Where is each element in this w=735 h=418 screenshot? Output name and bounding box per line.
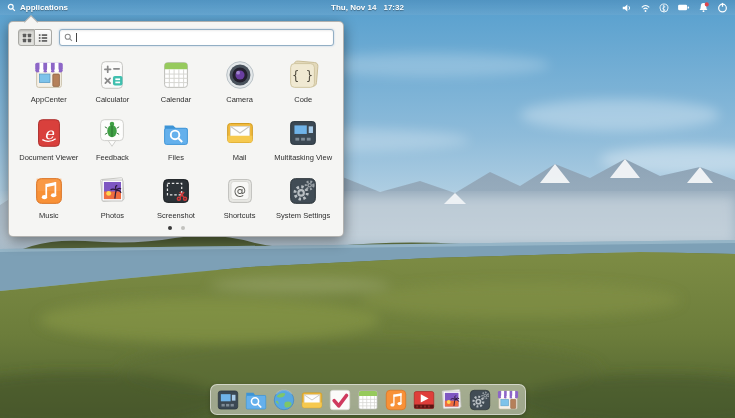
app-label: Calculator (96, 95, 130, 104)
svg-text:@: @ (233, 184, 245, 198)
wifi-icon[interactable] (640, 3, 651, 13)
app-launcher-popover: AppCenter Calculator (8, 21, 344, 237)
launcher-header (9, 22, 343, 51)
system-settings-icon (284, 172, 322, 210)
photos-icon (93, 172, 131, 210)
screenshot-icon (157, 172, 195, 210)
search-field[interactable] (59, 29, 334, 46)
view-toggle (18, 29, 52, 46)
app-files[interactable]: Files (144, 112, 208, 169)
text-caret (76, 33, 77, 42)
category-view-icon (38, 33, 48, 43)
app-label: AppCenter (31, 95, 67, 104)
page-dot-1[interactable] (168, 226, 172, 230)
files-icon (157, 114, 195, 152)
app-document-viewer[interactable]: e Document Viewer (17, 112, 81, 169)
svg-text:{ }: { } (292, 69, 313, 83)
app-music[interactable]: Music (17, 170, 81, 227)
grid-view-button[interactable] (18, 29, 35, 46)
document-viewer-icon: e (30, 114, 68, 152)
app-label: Document Viewer (19, 153, 78, 162)
app-label: Photos (101, 211, 124, 220)
dock-photos[interactable] (439, 387, 465, 413)
search-icon (7, 3, 16, 12)
bluetooth-icon[interactable] (659, 3, 669, 13)
app-calendar[interactable]: Calendar (144, 54, 208, 111)
page-dot-2[interactable] (181, 226, 185, 230)
dock-appcenter[interactable] (495, 387, 521, 413)
search-icon (64, 33, 73, 42)
app-feedback[interactable]: Feedback (81, 112, 145, 169)
app-label: Shortcuts (224, 211, 256, 220)
app-multitasking-view[interactable]: Multitasking View (271, 112, 335, 169)
dock-tasks[interactable] (327, 387, 353, 413)
dock-system-settings[interactable] (467, 387, 493, 413)
dock-mail[interactable] (299, 387, 325, 413)
app-label: Feedback (96, 153, 129, 162)
app-label: Multitasking View (274, 153, 332, 162)
system-tray (621, 2, 728, 13)
volume-icon[interactable] (621, 3, 632, 13)
dock-web[interactable] (271, 387, 297, 413)
app-label: Music (39, 211, 59, 220)
app-mail[interactable]: Mail (208, 112, 272, 169)
calculator-icon (93, 56, 131, 94)
app-camera[interactable]: Camera (208, 54, 272, 111)
session-icon[interactable] (717, 2, 728, 13)
app-label: Camera (226, 95, 253, 104)
app-code[interactable]: { } Code (271, 54, 335, 111)
app-label: Files (168, 153, 184, 162)
dock-files[interactable] (243, 387, 269, 413)
appcenter-icon (30, 56, 68, 94)
notifications-icon[interactable] (698, 2, 709, 13)
app-shortcuts[interactable]: @ Shortcuts (208, 170, 272, 227)
app-calculator[interactable]: Calculator (81, 54, 145, 111)
music-icon (30, 172, 68, 210)
top-panel: Applications Thu, Nov 14 17:32 (0, 0, 735, 15)
dock-calendar[interactable] (355, 387, 381, 413)
app-screenshot[interactable]: Screenshot (144, 170, 208, 227)
app-grid: AppCenter Calculator (9, 51, 343, 227)
panel-date: Thu, Nov 14 (331, 3, 376, 12)
app-label: Mail (233, 153, 247, 162)
code-icon: { } (284, 56, 322, 94)
battery-icon[interactable] (677, 3, 690, 12)
dock (210, 384, 526, 415)
panel-time: 17:32 (383, 3, 403, 12)
app-label: Screenshot (157, 211, 195, 220)
shortcuts-icon: @ (221, 172, 259, 210)
dock-multitasking-view[interactable] (215, 387, 241, 413)
grid-view-icon (22, 33, 32, 43)
app-label: System Settings (276, 211, 330, 220)
camera-icon (221, 56, 259, 94)
applications-menu-label: Applications (20, 3, 68, 12)
category-view-button[interactable] (35, 29, 52, 46)
mail-icon (221, 114, 259, 152)
calendar-icon (157, 56, 195, 94)
app-label: Calendar (161, 95, 191, 104)
page-indicator (9, 226, 343, 230)
app-photos[interactable]: Photos (81, 170, 145, 227)
datetime-indicator[interactable]: Thu, Nov 14 17:32 (331, 3, 404, 12)
app-appcenter[interactable]: AppCenter (17, 54, 81, 111)
search-input[interactable] (80, 33, 329, 42)
multitasking-view-icon (284, 114, 322, 152)
feedback-icon (93, 114, 131, 152)
applications-menu-button[interactable]: Applications (7, 3, 68, 12)
app-label: Code (294, 95, 312, 104)
app-system-settings[interactable]: System Settings (271, 170, 335, 227)
dock-music[interactable] (383, 387, 409, 413)
dock-videos[interactable] (411, 387, 437, 413)
